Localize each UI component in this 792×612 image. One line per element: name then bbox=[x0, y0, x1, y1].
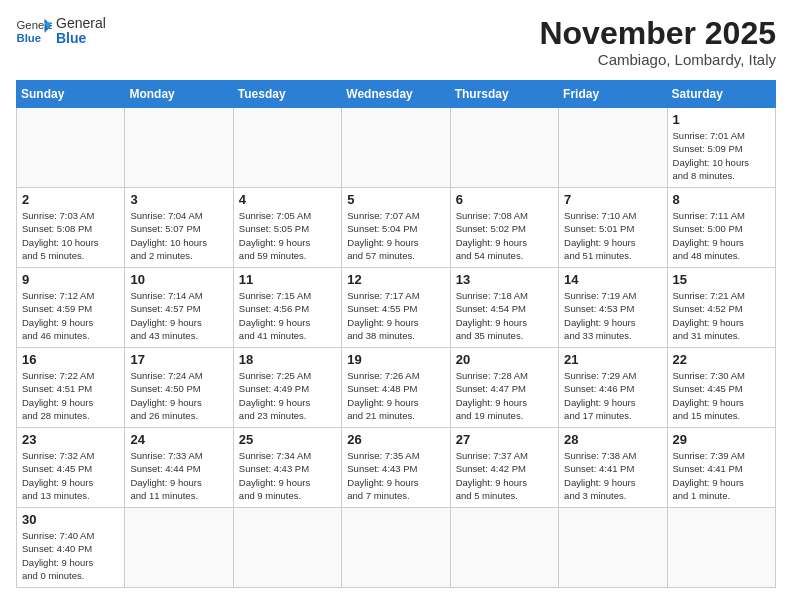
day-info: Sunrise: 7:08 AM Sunset: 5:02 PM Dayligh… bbox=[456, 209, 553, 262]
day-info: Sunrise: 7:14 AM Sunset: 4:57 PM Dayligh… bbox=[130, 289, 227, 342]
calendar-cell: 13Sunrise: 7:18 AM Sunset: 4:54 PM Dayli… bbox=[450, 268, 558, 348]
day-info: Sunrise: 7:35 AM Sunset: 4:43 PM Dayligh… bbox=[347, 449, 444, 502]
day-info: Sunrise: 7:26 AM Sunset: 4:48 PM Dayligh… bbox=[347, 369, 444, 422]
page-header: General Blue General Blue November 2025 … bbox=[16, 16, 776, 68]
day-number: 23 bbox=[22, 432, 119, 447]
calendar-cell bbox=[342, 508, 450, 588]
day-info: Sunrise: 7:05 AM Sunset: 5:05 PM Dayligh… bbox=[239, 209, 336, 262]
week-row-2: 2Sunrise: 7:03 AM Sunset: 5:08 PM Daylig… bbox=[17, 188, 776, 268]
calendar-cell bbox=[450, 108, 558, 188]
day-number: 8 bbox=[673, 192, 770, 207]
logo-icon: General Blue bbox=[16, 17, 52, 45]
calendar-cell: 7Sunrise: 7:10 AM Sunset: 5:01 PM Daylig… bbox=[559, 188, 667, 268]
day-info: Sunrise: 7:34 AM Sunset: 4:43 PM Dayligh… bbox=[239, 449, 336, 502]
calendar-cell bbox=[125, 108, 233, 188]
day-number: 24 bbox=[130, 432, 227, 447]
day-number: 29 bbox=[673, 432, 770, 447]
calendar-cell: 2Sunrise: 7:03 AM Sunset: 5:08 PM Daylig… bbox=[17, 188, 125, 268]
calendar-cell: 14Sunrise: 7:19 AM Sunset: 4:53 PM Dayli… bbox=[559, 268, 667, 348]
weekday-header-row: SundayMondayTuesdayWednesdayThursdayFrid… bbox=[17, 81, 776, 108]
day-info: Sunrise: 7:32 AM Sunset: 4:45 PM Dayligh… bbox=[22, 449, 119, 502]
weekday-header-friday: Friday bbox=[559, 81, 667, 108]
day-number: 14 bbox=[564, 272, 661, 287]
day-info: Sunrise: 7:12 AM Sunset: 4:59 PM Dayligh… bbox=[22, 289, 119, 342]
day-info: Sunrise: 7:37 AM Sunset: 4:42 PM Dayligh… bbox=[456, 449, 553, 502]
day-info: Sunrise: 7:18 AM Sunset: 4:54 PM Dayligh… bbox=[456, 289, 553, 342]
day-info: Sunrise: 7:10 AM Sunset: 5:01 PM Dayligh… bbox=[564, 209, 661, 262]
day-number: 22 bbox=[673, 352, 770, 367]
day-number: 30 bbox=[22, 512, 119, 527]
svg-text:Blue: Blue bbox=[17, 32, 42, 44]
day-number: 12 bbox=[347, 272, 444, 287]
calendar-cell: 27Sunrise: 7:37 AM Sunset: 4:42 PM Dayli… bbox=[450, 428, 558, 508]
day-number: 4 bbox=[239, 192, 336, 207]
week-row-4: 16Sunrise: 7:22 AM Sunset: 4:51 PM Dayli… bbox=[17, 348, 776, 428]
day-info: Sunrise: 7:28 AM Sunset: 4:47 PM Dayligh… bbox=[456, 369, 553, 422]
day-number: 10 bbox=[130, 272, 227, 287]
day-number: 19 bbox=[347, 352, 444, 367]
calendar-cell: 23Sunrise: 7:32 AM Sunset: 4:45 PM Dayli… bbox=[17, 428, 125, 508]
calendar-cell: 12Sunrise: 7:17 AM Sunset: 4:55 PM Dayli… bbox=[342, 268, 450, 348]
calendar-cell: 21Sunrise: 7:29 AM Sunset: 4:46 PM Dayli… bbox=[559, 348, 667, 428]
calendar-cell: 20Sunrise: 7:28 AM Sunset: 4:47 PM Dayli… bbox=[450, 348, 558, 428]
calendar-cell: 18Sunrise: 7:25 AM Sunset: 4:49 PM Dayli… bbox=[233, 348, 341, 428]
calendar-cell: 22Sunrise: 7:30 AM Sunset: 4:45 PM Dayli… bbox=[667, 348, 775, 428]
day-number: 9 bbox=[22, 272, 119, 287]
day-info: Sunrise: 7:19 AM Sunset: 4:53 PM Dayligh… bbox=[564, 289, 661, 342]
calendar-cell bbox=[559, 508, 667, 588]
calendar-cell: 26Sunrise: 7:35 AM Sunset: 4:43 PM Dayli… bbox=[342, 428, 450, 508]
day-number: 25 bbox=[239, 432, 336, 447]
day-number: 7 bbox=[564, 192, 661, 207]
day-info: Sunrise: 7:07 AM Sunset: 5:04 PM Dayligh… bbox=[347, 209, 444, 262]
day-info: Sunrise: 7:40 AM Sunset: 4:40 PM Dayligh… bbox=[22, 529, 119, 582]
weekday-header-thursday: Thursday bbox=[450, 81, 558, 108]
day-number: 17 bbox=[130, 352, 227, 367]
calendar-cell bbox=[342, 108, 450, 188]
calendar-cell: 16Sunrise: 7:22 AM Sunset: 4:51 PM Dayli… bbox=[17, 348, 125, 428]
weekday-header-saturday: Saturday bbox=[667, 81, 775, 108]
calendar-cell: 30Sunrise: 7:40 AM Sunset: 4:40 PM Dayli… bbox=[17, 508, 125, 588]
day-info: Sunrise: 7:04 AM Sunset: 5:07 PM Dayligh… bbox=[130, 209, 227, 262]
location: Cambiago, Lombardy, Italy bbox=[539, 51, 776, 68]
day-number: 2 bbox=[22, 192, 119, 207]
calendar-cell: 9Sunrise: 7:12 AM Sunset: 4:59 PM Daylig… bbox=[17, 268, 125, 348]
weekday-header-tuesday: Tuesday bbox=[233, 81, 341, 108]
day-info: Sunrise: 7:11 AM Sunset: 5:00 PM Dayligh… bbox=[673, 209, 770, 262]
day-number: 3 bbox=[130, 192, 227, 207]
calendar-cell bbox=[125, 508, 233, 588]
day-number: 16 bbox=[22, 352, 119, 367]
calendar-cell: 29Sunrise: 7:39 AM Sunset: 4:41 PM Dayli… bbox=[667, 428, 775, 508]
day-number: 15 bbox=[673, 272, 770, 287]
day-number: 1 bbox=[673, 112, 770, 127]
day-number: 20 bbox=[456, 352, 553, 367]
calendar-cell: 4Sunrise: 7:05 AM Sunset: 5:05 PM Daylig… bbox=[233, 188, 341, 268]
day-number: 28 bbox=[564, 432, 661, 447]
month-title: November 2025 bbox=[539, 16, 776, 51]
day-number: 18 bbox=[239, 352, 336, 367]
calendar-cell: 6Sunrise: 7:08 AM Sunset: 5:02 PM Daylig… bbox=[450, 188, 558, 268]
day-number: 5 bbox=[347, 192, 444, 207]
day-number: 11 bbox=[239, 272, 336, 287]
calendar-cell bbox=[233, 108, 341, 188]
calendar-cell: 17Sunrise: 7:24 AM Sunset: 4:50 PM Dayli… bbox=[125, 348, 233, 428]
day-number: 13 bbox=[456, 272, 553, 287]
title-area: November 2025 Cambiago, Lombardy, Italy bbox=[539, 16, 776, 68]
logo-blue-text: Blue bbox=[56, 31, 106, 46]
day-info: Sunrise: 7:17 AM Sunset: 4:55 PM Dayligh… bbox=[347, 289, 444, 342]
week-row-3: 9Sunrise: 7:12 AM Sunset: 4:59 PM Daylig… bbox=[17, 268, 776, 348]
week-row-1: 1Sunrise: 7:01 AM Sunset: 5:09 PM Daylig… bbox=[17, 108, 776, 188]
day-info: Sunrise: 7:24 AM Sunset: 4:50 PM Dayligh… bbox=[130, 369, 227, 422]
weekday-header-sunday: Sunday bbox=[17, 81, 125, 108]
calendar-cell bbox=[17, 108, 125, 188]
day-info: Sunrise: 7:29 AM Sunset: 4:46 PM Dayligh… bbox=[564, 369, 661, 422]
calendar-table: SundayMondayTuesdayWednesdayThursdayFrid… bbox=[16, 80, 776, 588]
calendar-cell: 24Sunrise: 7:33 AM Sunset: 4:44 PM Dayli… bbox=[125, 428, 233, 508]
weekday-header-wednesday: Wednesday bbox=[342, 81, 450, 108]
calendar-cell: 8Sunrise: 7:11 AM Sunset: 5:00 PM Daylig… bbox=[667, 188, 775, 268]
calendar-cell bbox=[559, 108, 667, 188]
calendar-cell: 3Sunrise: 7:04 AM Sunset: 5:07 PM Daylig… bbox=[125, 188, 233, 268]
day-info: Sunrise: 7:15 AM Sunset: 4:56 PM Dayligh… bbox=[239, 289, 336, 342]
calendar-cell: 5Sunrise: 7:07 AM Sunset: 5:04 PM Daylig… bbox=[342, 188, 450, 268]
day-info: Sunrise: 7:33 AM Sunset: 4:44 PM Dayligh… bbox=[130, 449, 227, 502]
day-info: Sunrise: 7:21 AM Sunset: 4:52 PM Dayligh… bbox=[673, 289, 770, 342]
